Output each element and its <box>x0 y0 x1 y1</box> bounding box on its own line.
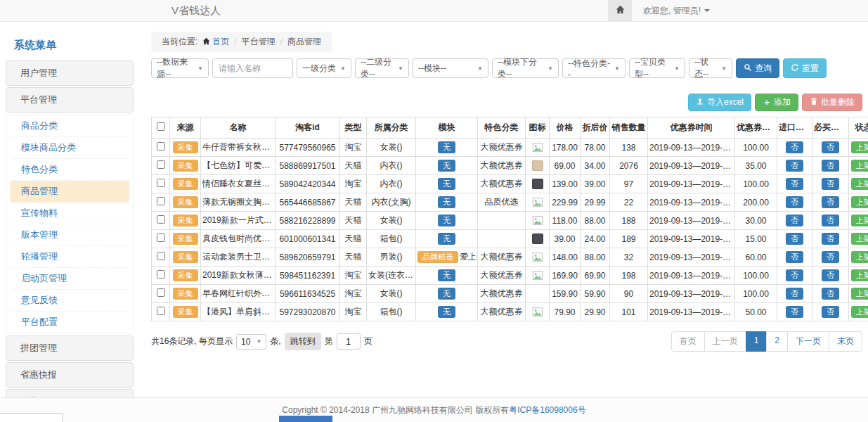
must-buy-toggle-badge[interactable]: 否 <box>822 196 839 208</box>
products-table: 来源名称淘客id类型所属分类模块特色分类图标价格折后价销售数量优惠券时间优惠券金… <box>151 117 868 321</box>
module-badge: 无 <box>438 196 455 208</box>
import-toggle-badge[interactable]: 否 <box>786 288 803 300</box>
must-buy-toggle-badge[interactable]: 否 <box>822 160 839 172</box>
taoke-id-cell: 598451162391 <box>276 267 340 285</box>
import-toggle-badge[interactable]: 否 <box>786 196 803 208</box>
sidebar-section-item[interactable]: 省惠快报 <box>6 362 134 388</box>
status-badge[interactable]: 上架 <box>851 288 868 300</box>
type-cell: 淘宝 <box>340 175 367 193</box>
type-cell: 天猫 <box>340 157 367 175</box>
filter-select[interactable]: --模块下分类--▼ <box>492 58 559 78</box>
sidebar-sub-item[interactable]: 商品管理 <box>10 181 129 203</box>
user-dropdown[interactable]: 欢迎您, 管理员! <box>643 5 710 17</box>
source-badge: 采集 <box>173 215 198 226</box>
per-page-select[interactable]: 10▼ <box>236 334 266 350</box>
icp-link[interactable]: 粤ICP备16098006号 <box>509 404 585 416</box>
import-toggle-badge[interactable]: 否 <box>786 306 803 318</box>
status-badge[interactable]: 上架 <box>851 196 868 208</box>
pager-item[interactable]: 末页 <box>829 331 862 352</box>
reset-button[interactable]: 重置 <box>783 58 827 78</box>
import-toggle-badge[interactable]: 否 <box>786 141 803 153</box>
breadcrumb: 当前位置: 首页 / 平台管理 / 商品管理 <box>151 32 332 52</box>
sales-cell: 22 <box>610 193 648 212</box>
select-all-checkbox[interactable] <box>157 122 165 131</box>
status-badge[interactable]: 上架 <box>851 269 868 281</box>
source-cell: 采集 <box>170 157 201 175</box>
sidebar-sub-item[interactable]: 宣传物料 <box>10 203 129 224</box>
table-row: 采集运动套装男士卫衣初秋...589620659791天猫男装()品牌精选爱上运… <box>152 248 868 267</box>
sidebar-sub-item[interactable]: 模块商品分类 <box>10 137 129 159</box>
breadcrumb-home-link[interactable]: 首页 <box>202 36 229 48</box>
pager-item[interactable]: 2 <box>766 331 788 352</box>
jump-page-input[interactable] <box>337 333 361 350</box>
feature-cell: 大额优惠券 <box>478 303 526 321</box>
jump-button[interactable]: 跳转到 <box>285 333 321 350</box>
status-badge[interactable]: 上架 <box>851 306 868 318</box>
filter-select[interactable]: --模块--▼ <box>413 58 488 78</box>
home-nav-button[interactable] <box>608 0 632 21</box>
import-toggle-badge[interactable]: 否 <box>786 269 803 281</box>
import-toggle-badge[interactable]: 否 <box>786 215 803 226</box>
must-buy-toggle-badge[interactable]: 否 <box>822 215 839 226</box>
sidebar-section-item[interactable]: 拼团管理 <box>6 335 134 361</box>
name-search-input[interactable] <box>212 58 293 78</box>
add-button[interactable]: ＋ 添加 <box>755 94 798 111</box>
row-checkbox[interactable] <box>157 270 165 279</box>
sidebar-section-item[interactable]: 平台管理 <box>6 87 134 113</box>
sidebar-sub-item[interactable]: 特色分类 <box>10 159 129 181</box>
row-checkbox[interactable] <box>157 252 165 260</box>
import-toggle-badge[interactable]: 否 <box>786 178 803 190</box>
sidebar-sub-item[interactable]: 平台配置 <box>10 312 129 333</box>
row-checkbox[interactable] <box>157 160 165 169</box>
filter-select[interactable]: --宝贝类型--▼ <box>629 58 685 78</box>
row-checkbox[interactable] <box>157 197 165 205</box>
row-checkbox[interactable] <box>157 179 165 187</box>
pager-item[interactable]: 下一页 <box>787 331 829 352</box>
sidebar-sub-item[interactable]: 意见反馈 <box>10 290 129 312</box>
import-select-cell: 否 <box>777 267 812 285</box>
import-toggle-badge[interactable]: 否 <box>786 160 803 172</box>
must-buy-toggle-badge[interactable]: 否 <box>822 288 839 300</box>
name-cell: 【七色纺】可爱纯棉家... <box>201 157 276 175</box>
status-badge[interactable]: 上架 <box>851 141 868 153</box>
sidebar-sub-item[interactable]: 商品分类 <box>10 115 129 137</box>
batch-delete-button[interactable]: 批量删除 <box>802 94 862 111</box>
status-cell: 上架 <box>849 157 868 175</box>
type-cell: 天猫 <box>340 248 367 267</box>
pager-item[interactable]: 首页 <box>671 331 705 352</box>
filter-select[interactable]: --状态--▼ <box>689 58 732 78</box>
must-buy-toggle-badge[interactable]: 否 <box>822 306 839 318</box>
must-buy-toggle-badge[interactable]: 否 <box>822 251 839 263</box>
filter-select[interactable]: 一级分类▼ <box>297 58 351 78</box>
caret-down-icon: ▼ <box>614 65 620 72</box>
status-badge[interactable]: 上架 <box>851 215 868 226</box>
search-button[interactable]: 查询 <box>736 58 779 78</box>
status-badge[interactable]: 上架 <box>851 251 868 263</box>
must-buy-toggle-badge[interactable]: 否 <box>822 233 839 245</box>
pager-item[interactable]: 上一页 <box>704 331 746 352</box>
row-checkbox[interactable] <box>157 307 165 315</box>
row-checkbox[interactable] <box>157 234 165 242</box>
pager-item[interactable]: 1 <box>746 331 767 352</box>
row-checkbox[interactable] <box>157 215 165 224</box>
trash-icon <box>810 97 818 108</box>
row-checkbox[interactable] <box>157 142 165 151</box>
must-buy-toggle-badge[interactable]: 否 <box>822 269 839 281</box>
status-badge[interactable]: 上架 <box>851 178 868 190</box>
must-buy-toggle-badge[interactable]: 否 <box>822 178 839 190</box>
sidebar-sub-item[interactable]: 版本管理 <box>10 224 129 246</box>
sidebar-sub-item[interactable]: 轮播管理 <box>10 246 129 268</box>
status-badge[interactable]: 上架 <box>851 160 868 172</box>
filter-select-data-source[interactable]: --数据来源--▼ <box>151 58 209 78</box>
import-toggle-badge[interactable]: 否 <box>786 251 803 263</box>
status-badge[interactable]: 上架 <box>851 233 868 245</box>
sidebar-section-item[interactable]: 用户管理 <box>6 60 134 86</box>
filter-select[interactable]: --二级分类--▼ <box>355 58 409 78</box>
must-buy-toggle-badge[interactable]: 否 <box>822 141 839 153</box>
row-checkbox[interactable] <box>157 288 165 297</box>
import-excel-button[interactable]: 导入excel <box>688 94 751 111</box>
sidebar-sub-item[interactable]: 启动页管理 <box>10 268 129 290</box>
filter-select[interactable]: --特色分类--▼ <box>562 58 626 78</box>
module-badge: 无 <box>438 160 455 172</box>
import-toggle-badge[interactable]: 否 <box>786 233 803 245</box>
